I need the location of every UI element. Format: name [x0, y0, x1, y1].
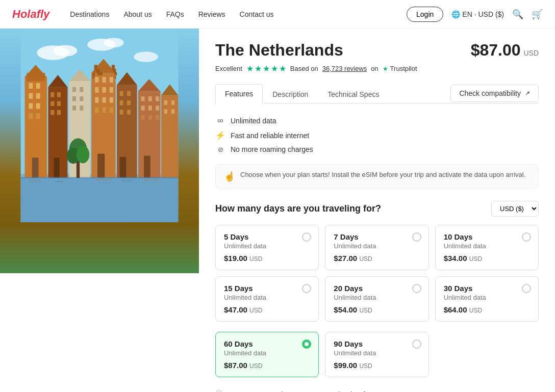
- globe-icon: 🌐: [451, 10, 460, 18]
- radio-90d[interactable]: [412, 339, 421, 349]
- day-price-15: $47.00 USD: [224, 305, 310, 314]
- svg-rect-22: [57, 92, 61, 97]
- day-card-5[interactable]: 5 Days Unlimited data $19.00 USD: [215, 225, 319, 270]
- svg-rect-79: [164, 100, 167, 105]
- days-grid-bottom: 60 Days Unlimited data $87.00 USD 90 Day…: [215, 332, 539, 377]
- svg-rect-84: [54, 158, 60, 178]
- day-card-30[interactable]: 30 Days Unlimited data $64.00 USD: [435, 276, 539, 322]
- login-button[interactable]: Login: [407, 7, 443, 22]
- price-cur-5: USD: [249, 255, 262, 263]
- svg-rect-14: [29, 103, 33, 109]
- feature-text-3: No more roaming charges: [231, 145, 313, 153]
- svg-rect-88: [21, 177, 179, 178]
- cart-button[interactable]: 🛒: [532, 9, 543, 20]
- svg-rect-80: [171, 100, 174, 105]
- svg-rect-81: [164, 109, 167, 114]
- product-price-container: $87.00 USD: [471, 41, 539, 60]
- radio-30d[interactable]: [522, 284, 531, 293]
- nav-about[interactable]: About us: [123, 10, 152, 18]
- radio-10d[interactable]: [522, 232, 531, 242]
- svg-rect-52: [95, 97, 98, 103]
- tab-description[interactable]: Description: [263, 85, 318, 103]
- day-card-20[interactable]: 20 Days Unlimited data $54.00 USD: [325, 276, 428, 322]
- check-compat-label: Check compatibility: [459, 89, 521, 97]
- svg-point-2: [53, 45, 77, 56]
- feature-text-2: Fast and reliable internet: [231, 132, 309, 140]
- svg-rect-11: [36, 83, 40, 89]
- radio-7d[interactable]: [412, 232, 421, 242]
- svg-rect-51: [110, 87, 113, 93]
- svg-rect-55: [95, 107, 98, 113]
- svg-rect-44: [93, 76, 94, 79]
- svg-rect-64: [120, 110, 123, 115]
- price-cur-10: USD: [469, 255, 482, 263]
- day-data-15: Unlimited data: [224, 294, 310, 301]
- nav-contact[interactable]: Contact us: [240, 10, 274, 18]
- star-2: ★: [255, 64, 262, 73]
- svg-rect-39: [94, 65, 97, 70]
- day-price-5: $19.00 USD: [224, 254, 310, 263]
- svg-rect-46: [95, 77, 98, 83]
- reviews-link[interactable]: 36,723 reviews: [322, 65, 367, 72]
- product-header: The Netherlands $87.00 USD: [215, 41, 539, 60]
- star-5-half: ★: [279, 64, 286, 73]
- star-4: ★: [271, 64, 278, 73]
- svg-rect-57: [110, 107, 113, 113]
- svg-rect-69: [148, 96, 152, 101]
- day-name-7: 7 Days: [334, 232, 420, 241]
- svg-rect-17: [36, 113, 40, 119]
- nav-destinations[interactable]: Destinations: [70, 10, 109, 18]
- external-link-icon: ↗: [525, 90, 530, 97]
- svg-rect-73: [156, 106, 159, 111]
- nav-reviews[interactable]: Reviews: [198, 10, 225, 18]
- reviews-suffix: on: [371, 65, 378, 72]
- day-card-7[interactable]: 7 Days Unlimited data $27.00 USD: [325, 225, 428, 270]
- svg-rect-50: [103, 87, 106, 93]
- page-content: ✚ Scan the QR code and connect instantly…: [0, 29, 555, 392]
- logo[interactable]: Holafly: [12, 8, 49, 21]
- nav-faqs[interactable]: FAQs: [166, 10, 184, 18]
- svg-rect-34: [80, 106, 83, 111]
- day-card-10[interactable]: 10 Days Unlimited data $34.00 USD: [435, 225, 539, 270]
- svg-rect-45: [114, 76, 116, 79]
- svg-rect-60: [120, 91, 123, 96]
- svg-rect-25: [51, 110, 54, 115]
- day-data-20: Unlimited data: [334, 294, 420, 301]
- svg-rect-21: [51, 92, 54, 97]
- lang-label: EN · USD ($): [462, 10, 504, 18]
- language-selector[interactable]: 🌐 EN · USD ($): [451, 10, 504, 18]
- day-card-90[interactable]: 90 Days Unlimited data $99.00 USD: [325, 332, 428, 377]
- check-compatibility-button[interactable]: Check compatibility ↗: [450, 85, 539, 102]
- star-rating: ★ ★ ★ ★ ★: [246, 64, 286, 73]
- currency-selector[interactable]: USD ($): [491, 201, 539, 217]
- tab-technical[interactable]: Technical Specs: [318, 85, 389, 103]
- svg-rect-10: [29, 83, 33, 89]
- travelers-label-text: How many travelers are you purchasing fo…: [226, 390, 376, 392]
- price-cur-15: USD: [249, 307, 262, 314]
- svg-rect-63: [127, 100, 131, 106]
- radio-20d[interactable]: [412, 284, 421, 293]
- svg-rect-53: [103, 97, 106, 103]
- tab-features[interactable]: Features: [215, 84, 263, 103]
- infinity-icon: ∞: [215, 116, 225, 125]
- svg-rect-65: [127, 110, 131, 115]
- price-cur-30: USD: [469, 307, 482, 314]
- navbar: Holafly Destinations About us FAQs Revie…: [0, 0, 555, 29]
- day-card-60[interactable]: 60 Days Unlimited data $87.00 USD: [215, 332, 319, 377]
- info-text: Choose when your plan starts! Install th…: [240, 171, 525, 178]
- feature-fast-internet: ⚡ Fast and reliable internet: [215, 128, 539, 143]
- right-panel: The Netherlands $87.00 USD Excellent ★ ★…: [199, 29, 555, 392]
- svg-rect-16: [29, 113, 33, 119]
- product-price: $87.00: [471, 41, 521, 59]
- feature-unlimited-data: ∞ Unlimited data: [215, 114, 539, 128]
- reviews-text: Based on: [290, 65, 318, 72]
- svg-rect-31: [72, 96, 76, 101]
- svg-rect-56: [103, 107, 106, 113]
- search-button[interactable]: 🔍: [512, 9, 523, 20]
- svg-rect-54: [110, 97, 113, 103]
- svg-rect-95: [95, 179, 112, 180]
- svg-point-4: [104, 38, 124, 47]
- travelers-section: ⓘ How many travelers are you purchasing …: [215, 389, 539, 392]
- day-card-15[interactable]: 15 Days Unlimited data $47.00 USD: [215, 276, 319, 322]
- svg-rect-77: [161, 95, 178, 178]
